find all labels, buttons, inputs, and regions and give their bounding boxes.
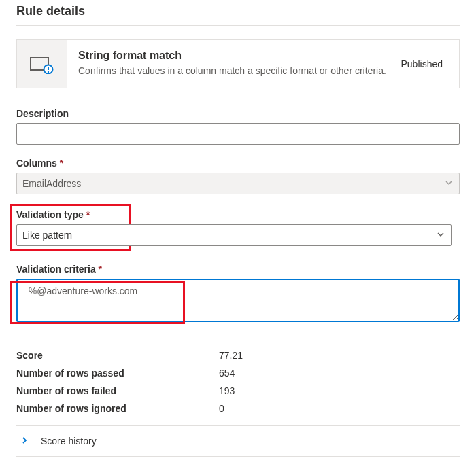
validation-criteria-label: Validation criteria *	[16, 264, 102, 275]
validation-type-field: Validation type * Like pattern	[16, 204, 460, 251]
string-rule-icon	[30, 54, 54, 74]
stat-row-passed: Number of rows passed 654	[16, 364, 460, 382]
score-history-label: Score history	[41, 436, 97, 447]
description-field: Description	[16, 107, 460, 145]
columns-field: Columns * EmailAddress	[16, 157, 460, 194]
stat-row-failed: Number of rows failed 193	[16, 382, 460, 400]
rule-description: Confirms that values in a column match a…	[78, 65, 390, 78]
stat-value: 654	[219, 368, 235, 379]
stat-label: Number of rows ignored	[16, 403, 219, 414]
stat-row-ignored: Number of rows ignored 0	[16, 400, 460, 417]
chevron-right-icon	[20, 436, 29, 447]
stat-label: Number of rows passed	[16, 368, 219, 379]
columns-label: Columns *	[16, 158, 63, 169]
divider	[16, 25, 460, 26]
description-input[interactable]	[16, 123, 460, 145]
stats-block: Score 77.21 Number of rows passed 654 Nu…	[16, 347, 460, 417]
rule-icon-box	[17, 40, 67, 88]
validation-type-label: Validation type *	[16, 209, 90, 220]
score-history-toggle[interactable]: Score history	[16, 426, 460, 456]
page-title: Rule details	[16, 0, 460, 25]
divider	[16, 456, 460, 457]
rule-title: String format match	[78, 50, 390, 62]
validation-type-select[interactable]: Like pattern	[16, 224, 452, 246]
highlight-validation-type: Validation type * Like pattern	[10, 204, 131, 251]
rule-card: String format match Confirms that values…	[16, 39, 460, 88]
columns-select[interactable]: EmailAddress	[16, 173, 460, 194]
rule-status: Published	[401, 58, 460, 69]
validation-criteria-input[interactable]: _%@adventure-works.com	[16, 279, 460, 322]
stat-label: Number of rows failed	[16, 385, 219, 396]
stat-value: 0	[219, 403, 224, 414]
stat-row-score: Score 77.21	[16, 347, 460, 364]
description-label: Description	[16, 108, 69, 119]
stat-value: 193	[219, 385, 235, 396]
validation-criteria-field: Validation criteria * _%@adventure-works…	[16, 263, 460, 325]
stat-label: Score	[16, 350, 219, 361]
stat-value: 77.21	[219, 350, 243, 361]
svg-point-4	[48, 71, 49, 73]
rule-body: String format match Confirms that values…	[67, 40, 401, 88]
